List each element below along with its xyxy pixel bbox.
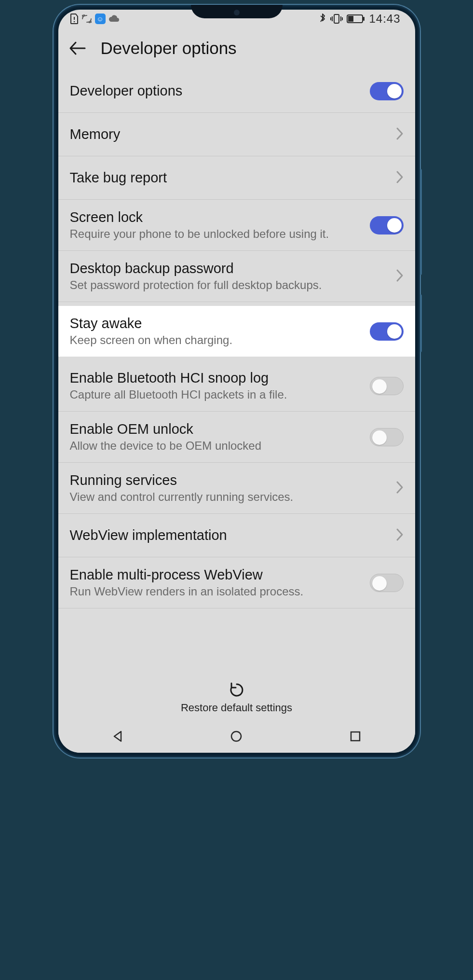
restore-defaults-button[interactable]: Restore default settings bbox=[58, 675, 415, 723]
vibrate-icon bbox=[330, 14, 343, 24]
sync-icon bbox=[81, 14, 92, 24]
nav-recents-button[interactable] bbox=[348, 729, 363, 744]
row-oem-unlock[interactable]: Enable OEM unlock Allow the device to be… bbox=[58, 412, 415, 463]
app-notification-icon: ☺ bbox=[95, 14, 106, 24]
row-subtitle: Capture all Bluetooth HCI packets in a f… bbox=[70, 388, 364, 401]
nav-back-button[interactable] bbox=[110, 729, 125, 744]
bluetooth-icon bbox=[319, 13, 326, 25]
row-title: Developer options bbox=[70, 83, 364, 99]
row-title: Stay awake bbox=[70, 316, 364, 331]
row-title: Take bug report bbox=[70, 170, 390, 186]
toggle-oem-unlock[interactable] bbox=[370, 428, 404, 446]
chevron-right-icon bbox=[396, 269, 404, 284]
chevron-right-icon bbox=[396, 481, 404, 496]
row-multi-process-webview[interactable]: Enable multi-process WebView Run WebView… bbox=[58, 557, 415, 608]
svg-rect-9 bbox=[363, 17, 365, 21]
row-subtitle: Allow the device to be OEM unlocked bbox=[70, 439, 364, 453]
row-title: Memory bbox=[70, 126, 390, 142]
back-button[interactable] bbox=[68, 39, 87, 58]
svg-rect-11 bbox=[351, 732, 360, 741]
restore-icon bbox=[228, 681, 245, 699]
row-screen-lock[interactable]: Screen lock Require your phone to be unl… bbox=[58, 200, 415, 251]
status-clock: 14:43 bbox=[369, 12, 400, 26]
row-title: Screen lock bbox=[70, 209, 364, 225]
sim-alert-icon bbox=[70, 14, 79, 24]
row-title: Desktop backup password bbox=[70, 261, 390, 276]
row-title: Enable Bluetooth HCI snoop log bbox=[70, 370, 364, 386]
row-title: Enable OEM unlock bbox=[70, 421, 364, 437]
phone-frame: ☺ 14:43 De bbox=[54, 5, 420, 758]
row-subtitle: Keep screen on when charging. bbox=[70, 333, 364, 347]
row-subtitle: Require your phone to be unlocked before… bbox=[70, 227, 364, 241]
battery-icon bbox=[347, 14, 365, 23]
row-memory[interactable]: Memory bbox=[58, 113, 415, 156]
chevron-right-icon bbox=[396, 127, 404, 142]
nav-home-button[interactable] bbox=[229, 729, 243, 744]
toggle-stay-awake[interactable] bbox=[370, 322, 404, 341]
row-webview-implementation[interactable]: WebView implementation bbox=[58, 514, 415, 557]
row-bug-report[interactable]: Take bug report bbox=[58, 156, 415, 200]
row-title: Running services bbox=[70, 472, 390, 488]
volume-button[interactable] bbox=[420, 169, 422, 275]
chevron-right-icon bbox=[396, 170, 404, 186]
toggle-developer-options[interactable] bbox=[370, 82, 404, 100]
svg-point-1 bbox=[73, 21, 75, 23]
row-subtitle: Run WebView renders in an isolated proce… bbox=[70, 585, 364, 598]
power-button[interactable] bbox=[420, 294, 422, 352]
row-subtitle: Set password protection for full desktop… bbox=[70, 278, 390, 292]
toggle-screen-lock[interactable] bbox=[370, 216, 404, 235]
row-bluetooth-snoop[interactable]: Enable Bluetooth HCI snoop log Capture a… bbox=[58, 360, 415, 412]
row-title: WebView implementation bbox=[70, 527, 390, 543]
row-stay-awake[interactable]: Stay awake Keep screen on when charging. bbox=[58, 306, 415, 357]
row-desktop-backup-password[interactable]: Desktop backup password Set password pro… bbox=[58, 251, 415, 302]
svg-point-10 bbox=[231, 732, 241, 741]
status-bar: ☺ 14:43 bbox=[58, 10, 415, 28]
row-running-services[interactable]: Running services View and control curren… bbox=[58, 463, 415, 514]
svg-rect-2 bbox=[334, 14, 339, 23]
page-title: Developer options bbox=[101, 39, 237, 58]
navigation-bar bbox=[58, 723, 415, 753]
row-title: Enable multi-process WebView bbox=[70, 567, 364, 583]
toggle-multi-process-webview[interactable] bbox=[370, 574, 404, 592]
settings-list: Developer options Memory Take bug report… bbox=[58, 69, 415, 675]
chevron-right-icon bbox=[396, 528, 404, 543]
cloud-icon bbox=[108, 15, 119, 23]
restore-label: Restore default settings bbox=[181, 702, 292, 714]
svg-rect-8 bbox=[348, 16, 353, 22]
row-developer-options[interactable]: Developer options bbox=[58, 69, 415, 113]
row-subtitle: View and control currently running servi… bbox=[70, 490, 390, 504]
toggle-bluetooth-snoop[interactable] bbox=[370, 377, 404, 395]
header: Developer options bbox=[58, 28, 415, 69]
screen: ☺ 14:43 De bbox=[58, 10, 415, 753]
